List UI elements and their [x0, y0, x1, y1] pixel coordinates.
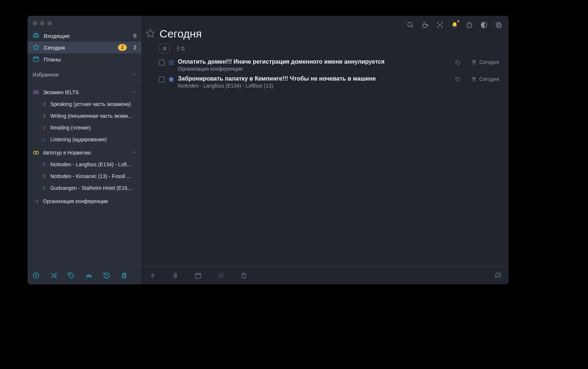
project-item[interactable]: Экзамен IELTS	[28, 86, 141, 98]
chevron-down-icon[interactable]	[133, 150, 136, 155]
task-checkbox[interactable]	[159, 77, 165, 82]
inbox-label: Входящие	[44, 33, 127, 39]
sidebar-item-plans[interactable]: Планы	[28, 53, 141, 65]
project-ring-icon	[40, 162, 46, 167]
coffee-icon[interactable]	[421, 21, 429, 29]
sync-status-icon[interactable]	[494, 272, 502, 280]
subproject-label: Speaking (устная часть экзамена)	[50, 101, 136, 107]
focus-icon[interactable]	[436, 21, 444, 29]
task-content: Забронировать палатку в Кемпинге!!! Чтоб…	[178, 75, 451, 89]
project-ring-icon	[40, 113, 46, 119]
task-checkbox[interactable]	[159, 60, 165, 65]
page-header: Сегодня	[142, 16, 509, 42]
task-row[interactable]: Оплатить домен!!! Иначе регистрация доме…	[159, 56, 499, 73]
task-row[interactable]: Забронировать палатку в Кемпинге!!! Чтоб…	[159, 73, 499, 90]
view-toolbar	[142, 42, 509, 56]
list-view-button[interactable]	[159, 44, 170, 53]
theme-icon[interactable]	[480, 21, 488, 29]
chevron-down-icon[interactable]	[133, 90, 136, 95]
task-content: Оплатить домен!!! Иначе регистрация доме…	[178, 58, 451, 72]
copy-icon[interactable]	[495, 21, 503, 29]
star-icon	[33, 44, 39, 52]
subproject-item[interactable]: Reading (чтение)	[28, 122, 141, 134]
filter-search-button[interactable]	[176, 45, 185, 52]
tag-icon[interactable]	[455, 77, 461, 84]
inbox-icon	[33, 32, 39, 40]
sidebar-toolbar	[28, 266, 141, 284]
trash-button[interactable]	[120, 272, 128, 280]
radar-button[interactable]	[85, 272, 93, 280]
bell-icon[interactable]	[451, 21, 459, 29]
project-group-icon	[33, 89, 39, 95]
subproject-label: Listening (аудирование)	[50, 136, 136, 142]
today-count: 2	[131, 45, 136, 50]
svg-marker-34	[169, 77, 173, 81]
tag-button[interactable]	[67, 272, 75, 280]
tag-icon[interactable]	[455, 60, 461, 67]
project-group-icon	[33, 150, 39, 156]
app-window: Входящие 0 Сегодня 2 2 Планы	[28, 16, 509, 284]
sidebar-item-inbox[interactable]: Входящие 0	[28, 30, 141, 42]
task-due-label: Сегодня	[479, 76, 499, 82]
traffic-zoom[interactable]	[47, 21, 52, 25]
project-label: Организация конференции	[43, 198, 136, 204]
project-item[interactable]: Автотур в Норвегию	[28, 147, 141, 159]
traffic-close[interactable]	[33, 21, 37, 25]
subproject-label: Writing (письменная часть экзам...	[50, 113, 136, 119]
chevron-right-icon	[133, 72, 136, 77]
subproject-item[interactable]: Gudvangen - Stalheim Hotel (E16,...	[28, 182, 141, 194]
history-button[interactable]	[103, 272, 111, 280]
add-project-button[interactable]	[32, 272, 40, 280]
subproject-item[interactable]: Speaking (устная часть экзамена)	[28, 98, 141, 110]
timer-icon[interactable]	[465, 21, 473, 29]
header-star-icon[interactable]	[146, 28, 155, 39]
svg-rect-1	[33, 57, 39, 61]
plans-label: Планы	[44, 56, 136, 63]
svg-point-25	[439, 24, 440, 25]
body: Входящие 0 Сегодня 2 2 Планы	[28, 16, 509, 284]
shuffle-button[interactable]	[50, 272, 58, 280]
project-ring-icon	[40, 173, 46, 179]
svg-marker-30	[146, 29, 154, 37]
subproject-label: Nottoden - Langfoss (E134) - Loft...	[50, 162, 136, 167]
task-due[interactable]: Сегодня	[472, 76, 499, 82]
delete-button[interactable]	[240, 272, 248, 280]
main-bottom-toolbar	[142, 266, 509, 284]
svg-marker-0	[33, 44, 39, 50]
svg-marker-32	[169, 60, 173, 64]
task-title: Оплатить домен!!! Иначе регистрация доме…	[178, 58, 451, 65]
subproject-label: Nottoden - Kinsarvic (13) - Fossli ...	[50, 173, 136, 179]
main-pane: Сегодня Оплатить домен!!! Иначе регистра…	[142, 16, 509, 284]
project-item[interactable]: Организация конференции	[28, 195, 141, 207]
svg-point-26	[467, 23, 472, 28]
subproject-item[interactable]: Nottoden - Langfoss (E134) - Loft...	[28, 159, 141, 170]
task-due[interactable]: Сегодня	[472, 59, 499, 65]
svg-point-31	[181, 47, 184, 50]
favorites-label: Избранное	[33, 72, 59, 78]
task-subtitle: Организация конференции	[178, 66, 451, 72]
traffic-minimize[interactable]	[40, 21, 44, 25]
priority-button[interactable]	[171, 272, 179, 280]
page-title: Сегодня	[159, 28, 202, 40]
svg-rect-28	[498, 24, 501, 28]
sidebar-section-favorites[interactable]: Избранное	[28, 68, 141, 81]
task-star-icon[interactable]	[168, 76, 174, 84]
sidebar-nav: Входящие 0 Сегодня 2 2 Планы	[28, 16, 141, 207]
sidebar-item-today[interactable]: Сегодня 2 2	[28, 42, 141, 53]
date-button[interactable]	[194, 272, 202, 280]
subproject-item[interactable]: Listening (аудирование)	[28, 134, 141, 145]
svg-rect-36	[196, 273, 201, 278]
project-ring-icon	[40, 125, 46, 131]
svg-point-33	[457, 61, 458, 62]
task-star-icon[interactable]	[168, 59, 174, 67]
subproject-item[interactable]: Writing (письменная часть экзам...	[28, 110, 141, 122]
target-button[interactable]	[217, 272, 225, 280]
project-ring-icon	[33, 198, 39, 204]
add-task-button[interactable]	[148, 272, 157, 280]
search-button[interactable]	[406, 21, 415, 29]
project-label: Автотур в Норвегию	[43, 150, 128, 156]
subproject-label: Gudvangen - Stalheim Hotel (E16,...	[50, 185, 136, 191]
task-list: Оплатить домен!!! Иначе регистрация доме…	[142, 56, 509, 90]
subproject-item[interactable]: Nottoden - Kinsarvic (13) - Fossli ...	[28, 170, 141, 182]
today-badge: 2	[118, 44, 127, 51]
